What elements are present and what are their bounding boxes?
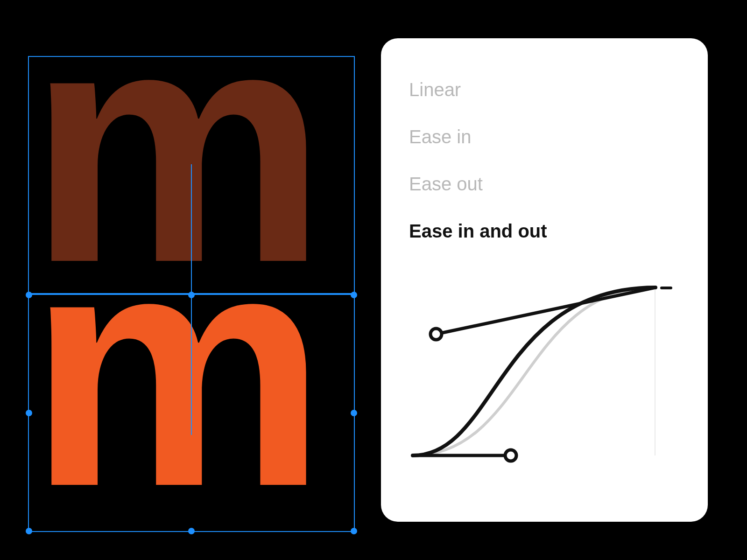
easing-option-ease-out[interactable]: Ease out [403, 161, 685, 208]
bezier-handle-end[interactable] [430, 329, 442, 340]
easing-panel: Linear Ease in Ease out Ease in and out [381, 38, 708, 522]
resize-handle[interactable] [351, 292, 357, 298]
glyph-front[interactable]: m [28, 201, 320, 537]
bezier-handle-start[interactable] [505, 450, 516, 461]
easing-curve[interactable] [403, 273, 684, 469]
resize-handle[interactable] [351, 528, 357, 534]
resize-handle[interactable] [351, 410, 357, 416]
easing-curve-editor[interactable] [403, 273, 685, 499]
design-canvas[interactable]: m m [0, 0, 374, 560]
easing-option-linear[interactable]: Linear [403, 66, 685, 113]
easing-option-ease-in[interactable]: Ease in [403, 113, 685, 161]
easing-option-ease-in-and-out[interactable]: Ease in and out [403, 208, 685, 255]
